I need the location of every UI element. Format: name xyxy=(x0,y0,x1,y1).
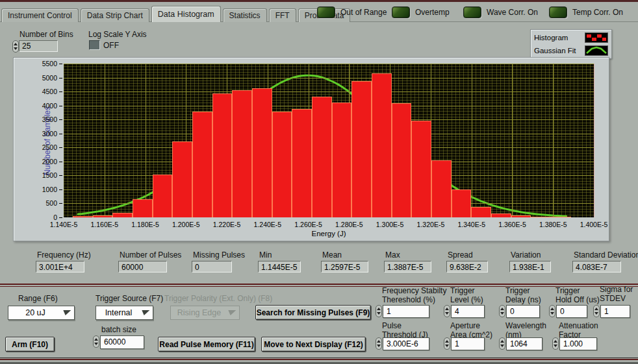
num-bins-field[interactable]: 25 xyxy=(19,40,58,52)
spinner-control[interactable] xyxy=(12,40,19,53)
stat-spread: Spread 9.638E-2 xyxy=(446,250,488,273)
num-bins-control: 25 xyxy=(12,40,58,53)
batch-size-label: batch size xyxy=(101,326,136,335)
spin-up-icon[interactable] xyxy=(594,308,598,310)
spinner-control[interactable] xyxy=(499,337,505,350)
y-tick-label: 2000 xyxy=(42,158,57,165)
tab-fft[interactable]: FFT xyxy=(269,8,296,22)
stat-value: 0 xyxy=(192,261,232,273)
trigger-delay-label: TriggerDelay (ns) xyxy=(505,287,541,304)
spin-down-icon[interactable] xyxy=(500,345,504,347)
stat-label: Number of Pulses xyxy=(120,250,181,260)
spinner-control[interactable] xyxy=(549,305,555,317)
tab-data-histogram[interactable]: Data Histogram xyxy=(151,6,221,22)
spin-down-icon[interactable] xyxy=(550,312,554,315)
legend-item-histogram[interactable]: Histogram xyxy=(534,32,608,43)
aperture-area-label: ApertureArea (cm^2) xyxy=(450,322,492,339)
batch-size-field[interactable]: 60000 xyxy=(100,335,144,349)
ydash xyxy=(59,106,62,106)
vgrid xyxy=(105,64,105,217)
move-next-display-button[interactable]: Move to Next Display (F12) xyxy=(261,337,366,352)
stat-max: Max 1.3887E-5 xyxy=(384,250,431,273)
spin-down-icon[interactable] xyxy=(554,345,557,347)
spin-up-icon[interactable] xyxy=(445,308,449,310)
histogram-bar xyxy=(431,160,452,217)
led-icon xyxy=(317,6,335,18)
histogram-bar xyxy=(292,109,312,217)
stat-value: 3.001E+4 xyxy=(36,261,84,273)
stat-num-pulses: Number of Pulses 60000 xyxy=(118,250,181,273)
tab-statistics[interactable]: Statistics xyxy=(223,8,267,22)
sigma-for-stdev-field[interactable]: 1 xyxy=(600,305,630,318)
pulse-threshold-control: 3.000E-6 xyxy=(376,337,429,350)
histogram-bar xyxy=(392,103,412,217)
trigger-hold-off-field[interactable]: 0 xyxy=(556,305,587,318)
spinner-control[interactable] xyxy=(93,335,99,348)
attenuation-factor-field[interactable]: 1.000 xyxy=(559,337,597,350)
led-icon xyxy=(463,6,481,18)
search-missing-pulses-button[interactable]: Search for Missing Pulses (F9) xyxy=(255,305,371,320)
trigger-level-field[interactable]: 4 xyxy=(451,305,485,318)
trigger-source-label: Trigger Source (F7) xyxy=(96,295,163,304)
spin-up-icon[interactable] xyxy=(500,308,504,310)
spinner-control[interactable] xyxy=(552,337,559,350)
tab-bar: Instrument Control Data Strip Chart Data… xyxy=(1,6,350,22)
spin-up-icon[interactable] xyxy=(445,340,449,343)
aperture-area-field[interactable]: 1 xyxy=(451,337,485,350)
stat-frequency: Frequency (Hz) 3.001E+4 xyxy=(36,250,91,273)
spin-down-icon[interactable] xyxy=(500,312,504,315)
vgrid xyxy=(512,64,513,217)
stat-value: 1.2597E-5 xyxy=(321,261,368,273)
spinner-control[interactable] xyxy=(376,305,382,317)
spin-up-icon[interactable] xyxy=(14,43,18,45)
num-bins-label: Number of Bins xyxy=(19,30,73,39)
vgrid xyxy=(472,64,472,217)
spin-up-icon[interactable] xyxy=(550,308,554,310)
wavelength-field[interactable]: 1064 xyxy=(506,337,542,350)
x-tick-label: 1.140E-5 xyxy=(50,221,78,228)
x-axis-title: Energy (J) xyxy=(311,230,346,237)
freq-stability-threshold-field[interactable]: 1 xyxy=(383,305,429,318)
spin-up-icon[interactable] xyxy=(554,340,557,343)
spinner-control[interactable] xyxy=(444,337,450,350)
ydash xyxy=(59,134,62,134)
separator-line xyxy=(0,358,638,358)
arm-button[interactable]: Arm (F10) xyxy=(5,337,55,352)
spin-down-icon[interactable] xyxy=(377,312,381,315)
spin-down-icon[interactable] xyxy=(445,312,449,315)
spin-down-icon[interactable] xyxy=(94,343,98,345)
spinner-control[interactable] xyxy=(376,337,382,350)
log-scale-toggle[interactable] xyxy=(89,40,100,50)
led-icon xyxy=(549,6,567,18)
pulse-threshold-field[interactable]: 3.000E-6 xyxy=(383,337,429,350)
range-dropdown[interactable]: 20 uJ xyxy=(8,306,75,320)
spin-down-icon[interactable] xyxy=(14,47,18,50)
y-tick-label: 2500 xyxy=(42,143,57,151)
tab-instrument-control[interactable]: Instrument Control xyxy=(1,8,79,22)
read-pulse-memory-button[interactable]: Read Pulse Memory (F11) xyxy=(158,337,255,352)
tab-data-strip-chart[interactable]: Data Strip Chart xyxy=(81,8,149,22)
histogram-bar xyxy=(351,81,372,217)
spin-up-icon[interactable] xyxy=(377,340,381,343)
spin-down-icon[interactable] xyxy=(445,345,449,347)
stat-value: 9.638E-2 xyxy=(446,261,488,273)
spin-down-icon[interactable] xyxy=(594,312,598,315)
spin-up-icon[interactable] xyxy=(500,340,504,343)
spin-up-icon[interactable] xyxy=(377,308,381,310)
spin-down-icon[interactable] xyxy=(377,345,381,347)
spinner-control[interactable] xyxy=(444,305,450,317)
led-overtemp: Overtemp xyxy=(392,6,450,18)
trigger-polarity-label: Trigger Polarity (Ext. Only) (F8) xyxy=(164,295,272,304)
trigger-delay-field[interactable]: 0 xyxy=(506,305,540,318)
ydash xyxy=(59,203,62,204)
trigger-source-dropdown[interactable]: Internal xyxy=(96,306,153,320)
aperture-area-control: 1 xyxy=(444,337,485,350)
spinner-control[interactable] xyxy=(499,305,505,317)
spinner-control[interactable] xyxy=(593,305,600,317)
x-tick-label: 1.280E-5 xyxy=(335,221,363,228)
y-tick-label: 4000 xyxy=(42,102,57,110)
legend-item-gaussian[interactable]: Gaussian Fit xyxy=(534,45,608,56)
spin-up-icon[interactable] xyxy=(94,338,98,341)
instrument-app-window: Instrument Control Data Strip Chart Data… xyxy=(0,0,638,364)
stat-label: Min xyxy=(259,250,301,260)
